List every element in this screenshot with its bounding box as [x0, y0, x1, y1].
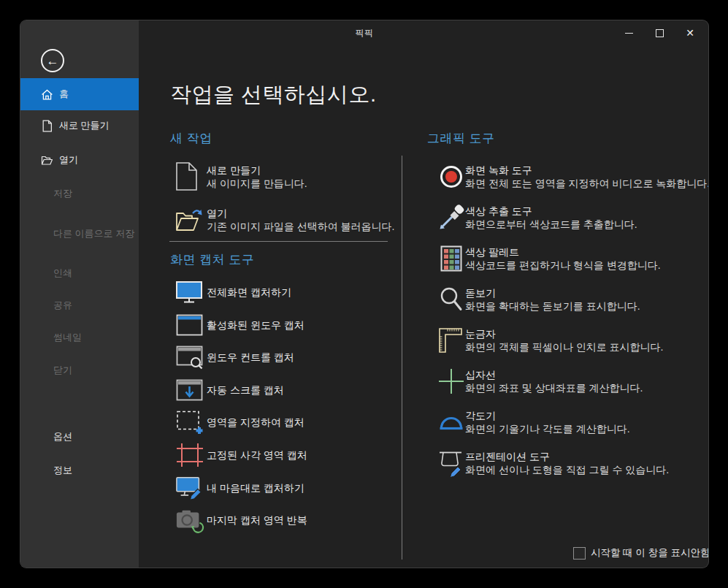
- sidebar-item-label: 썸네일: [53, 331, 82, 344]
- item-title: 고정된 사각 영역 캡처: [207, 449, 307, 462]
- window-controls: ✕: [613, 20, 705, 45]
- item-title: 색상 추출 도구: [465, 205, 532, 218]
- open-folder-icon: [40, 153, 53, 167]
- sidebar-item-home[interactable]: 홈: [20, 78, 139, 110]
- graphic-item-protractor[interactable]: 각도기 화면의 기울기나 각도를 계산합니다.: [438, 410, 708, 439]
- item-title: 열기: [207, 207, 227, 221]
- item-title: 눈금자: [465, 328, 496, 341]
- protractor-icon: [437, 408, 466, 437]
- section-title-capture-tools: 화면 캡처 도구: [170, 251, 254, 268]
- page-title: 작업을 선택하십시오.: [170, 80, 377, 110]
- open-image-icon: [175, 207, 204, 232]
- sidebar-item-label: 인쇄: [53, 267, 72, 280]
- fixed-region-capture-icon: [175, 443, 204, 467]
- sidebar-item-save: 저장: [20, 177, 139, 210]
- item-title: 돋보기: [465, 287, 496, 300]
- sidebar-item-label: 저장: [53, 187, 72, 200]
- new-file-icon: [40, 119, 53, 132]
- item-title: 색상 팔레트: [465, 246, 519, 259]
- graphic-item-ruler[interactable]: 눈금자 화면의 객체를 픽셀이나 인치로 표시합니다.: [438, 328, 708, 357]
- startup-checkbox-row: 시작할 때 이 창을 표시안함: [573, 546, 708, 560]
- startup-checkbox-label[interactable]: 시작할 때 이 창을 표시안함: [591, 546, 708, 560]
- item-desc: 화면의 좌표 및 상대좌표를 계산합니다.: [465, 382, 643, 395]
- sidebar-item-label: 닫기: [53, 364, 72, 377]
- graphic-item-presentation[interactable]: 프리젠테이션 도구 화면에 선이나 도형을 직접 그릴 수 있습니다.: [438, 451, 708, 480]
- item-title: 윈도우 컨트롤 캡처: [207, 351, 294, 364]
- repeat-last-capture-icon: [175, 508, 204, 532]
- section-title-graphic-tools: 그래픽 도구: [427, 130, 495, 147]
- graphic-item-magnifier[interactable]: 돋보기 화면을 확대하는 돋보기를 표시합니다.: [438, 287, 708, 316]
- capture-item-active-window[interactable]: 활성화된 윈도우 캡처: [175, 313, 394, 337]
- horizontal-divider: [169, 241, 388, 242]
- item-desc: 화면으로부터 색상코드를 추출합니다.: [465, 218, 637, 232]
- fullscreen-capture-icon: [175, 280, 204, 304]
- ruler-icon: [437, 326, 466, 355]
- sidebar-item-label: 열기: [59, 153, 78, 167]
- sidebar-item-label: 새로 만들기: [59, 119, 110, 132]
- sidebar-item-share: 공유: [20, 289, 139, 321]
- graphic-item-screen-recorder[interactable]: 화면 녹화 도구 화면 전체 또는 영역을 지정하여 비디오로 녹화합니다.: [438, 164, 708, 194]
- region-capture-icon: [175, 411, 204, 434]
- sidebar-item-close-doc: 닫기: [20, 354, 139, 386]
- item-desc: 화면에 선이나 도형을 직접 그릴 수 있습니다.: [465, 464, 669, 477]
- sidebar-item-save-as: 다른 이름으로 저장: [20, 218, 139, 250]
- graphic-item-color-picker[interactable]: 색상 추출 도구 화면으로부터 색상코드를 추출합니다.: [438, 205, 708, 234]
- sidebar-item-label: 정보: [53, 464, 72, 477]
- sidebar-item-label: 옵션: [53, 430, 72, 443]
- sidebar-item-open[interactable]: 열기: [20, 144, 139, 176]
- sidebar: ← 홈 새로 만들기 열기 저장 다른 이름으로 저장 인쇄: [20, 20, 139, 568]
- item-desc: 화면의 기울기나 각도를 계산합니다.: [465, 423, 630, 436]
- sidebar-item-new[interactable]: 새로 만들기: [20, 110, 139, 142]
- item-title: 활성화된 윈도우 캡처: [207, 319, 304, 332]
- home-icon: [40, 88, 53, 101]
- sidebar-item-about[interactable]: 정보: [20, 454, 139, 486]
- freehand-capture-icon: [175, 476, 204, 500]
- item-title: 십자선: [465, 369, 496, 382]
- sidebar-item-print: 인쇄: [20, 257, 139, 289]
- new-image-item[interactable]: 새로 만들기 새 이미지를 만듭니다.: [175, 161, 394, 196]
- item-title: 내 마음대로 캡처하기: [207, 482, 304, 495]
- capture-item-window-control[interactable]: 윈도우 컨트롤 캡처: [175, 345, 394, 369]
- item-title: 화면 녹화 도구: [465, 164, 532, 177]
- window-control-capture-icon: [175, 345, 204, 369]
- capture-item-fullscreen[interactable]: 전체화면 캡처하기: [175, 280, 394, 304]
- sidebar-item-label: 다른 이름으로 저장: [53, 227, 134, 240]
- maximize-icon: [656, 29, 664, 37]
- crosshair-icon: [437, 367, 466, 396]
- item-desc: 새 이미지를 만듭니다.: [207, 177, 307, 191]
- item-title: 자동 스크롤 캡처: [207, 384, 284, 397]
- picpick-window: 픽픽 ✕ ← 홈 새로 만들기 열기: [20, 20, 708, 568]
- item-title: 마지막 캡처 영역 반복: [207, 514, 307, 527]
- color-picker-icon: [437, 203, 466, 232]
- active-window-capture-icon: [175, 313, 204, 337]
- close-icon: ✕: [686, 28, 694, 38]
- sidebar-item-options[interactable]: 옵션: [20, 421, 139, 453]
- maximize-button[interactable]: [644, 20, 675, 45]
- item-desc: 색상코드를 편집하거나 형식을 변경합니다.: [465, 259, 661, 272]
- open-image-item[interactable]: 열기 기존 이미지 파일을 선택하여 불러옵니다.: [175, 205, 394, 240]
- item-title: 영역을 지정하여 캡처: [207, 416, 304, 429]
- item-title: 각도기: [465, 410, 496, 423]
- sidebar-item-label: 홈: [59, 88, 69, 101]
- minimize-icon: [625, 33, 633, 34]
- capture-item-repeat-last[interactable]: 마지막 캡처 영역 반복: [175, 508, 394, 532]
- item-desc: 기존 이미지 파일을 선택하여 불러옵니다.: [207, 221, 394, 234]
- color-palette-icon: [437, 244, 466, 273]
- magnifier-icon: [437, 285, 466, 314]
- new-document-icon: [175, 161, 198, 191]
- capture-item-scrolling[interactable]: 자동 스크롤 캡처: [175, 378, 394, 402]
- item-title: 프리젠테이션 도구: [465, 451, 550, 464]
- item-desc: 화면 전체 또는 영역을 지정하여 비디오로 녹화합니다.: [465, 177, 708, 191]
- graphic-item-color-palette[interactable]: 색상 팔레트 색상코드를 편집하거나 형식을 변경합니다.: [438, 246, 708, 275]
- back-button[interactable]: ←: [41, 49, 64, 72]
- close-button[interactable]: ✕: [675, 20, 705, 45]
- startup-checkbox[interactable]: [573, 547, 586, 560]
- back-arrow-icon: ←: [47, 55, 59, 67]
- minimize-button[interactable]: [613, 20, 644, 45]
- capture-item-fixed-region[interactable]: 고정된 사각 영역 캡처: [175, 443, 394, 467]
- capture-item-freehand[interactable]: 내 마음대로 캡처하기: [175, 476, 394, 500]
- capture-item-region[interactable]: 영역을 지정하여 캡처: [175, 411, 394, 434]
- section-title-new-task: 새 작업: [170, 130, 212, 147]
- item-title: 새로 만들기: [207, 164, 261, 177]
- graphic-item-crosshair[interactable]: 십자선 화면의 좌표 및 상대좌표를 계산합니다.: [438, 369, 708, 398]
